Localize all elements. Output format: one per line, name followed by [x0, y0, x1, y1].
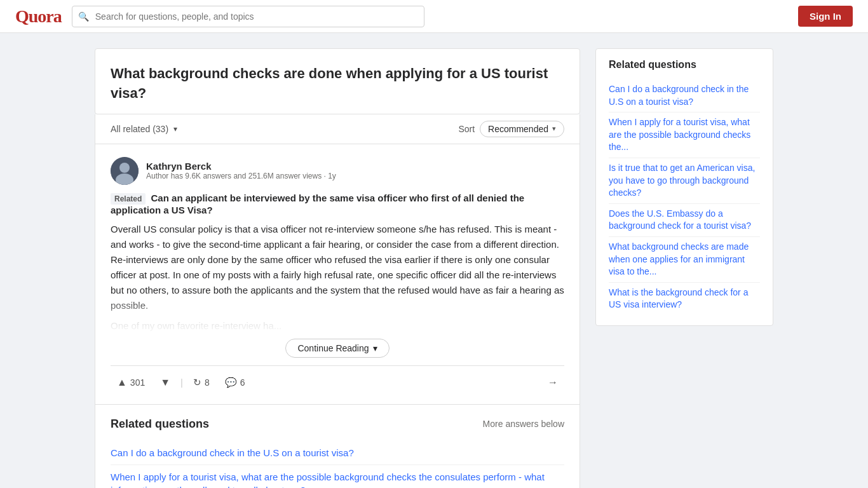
sidebar-title: Related questions: [609, 59, 760, 71]
filter-chevron-icon: ▾: [173, 125, 177, 133]
sidebar-link-5[interactable]: What is the background check for a US vi…: [609, 283, 760, 315]
repost-button[interactable]: ↻ 8: [187, 374, 216, 391]
header: Quora 🔍 Sign In: [0, 0, 868, 33]
sort-dropdown[interactable]: Recommended ▾: [480, 121, 564, 137]
related-section-title: Related questions: [111, 417, 209, 431]
continue-reading-label: Continue Reading: [297, 343, 369, 353]
related-section-header: Related questions More answers below: [111, 417, 564, 431]
sidebar-link-0[interactable]: Can I do a background check in the U.S o…: [609, 79, 760, 112]
upvote-button[interactable]: ▲ 301: [111, 374, 151, 391]
related-question-link[interactable]: Can an applicant be interviewed by the s…: [111, 193, 524, 215]
comment-icon: 💬: [225, 377, 237, 388]
right-sidebar: Related questions Can I do a background …: [595, 48, 773, 488]
comment-count: 6: [240, 377, 245, 388]
sidebar-card: Related questions Can I do a background …: [595, 48, 773, 326]
downvote-button[interactable]: ▼: [154, 374, 177, 391]
related-feed-link-1[interactable]: When I apply for a tourist visa, what ar…: [111, 465, 564, 488]
related-badge: Related: [111, 193, 146, 205]
main-container: What background checks are done when app…: [85, 33, 783, 488]
action-divider: |: [179, 377, 184, 388]
related-section-card: Related questions More answers below Can…: [95, 405, 580, 488]
answer-fade-text: One of my own favorite re-interview ha..…: [111, 318, 564, 334]
all-related-label: All related (33): [111, 124, 168, 134]
sort-area: Sort Recommended ▾: [458, 121, 564, 137]
sidebar-link-4[interactable]: What background checks are made when one…: [609, 237, 760, 283]
question-card: What background checks are done when app…: [95, 48, 580, 114]
downvote-icon: ▼: [160, 377, 170, 388]
share-button[interactable]: →: [541, 374, 564, 391]
filter-all-related[interactable]: All related (33) ▾: [111, 124, 177, 134]
avatar: [111, 157, 139, 185]
upvote-count: 301: [130, 377, 145, 388]
answer-card: Kathryn Berck Author has 9.6K answers an…: [95, 144, 580, 405]
share-icon: →: [548, 377, 558, 388]
svg-point-1: [119, 163, 130, 173]
author-meta: Author has 9.6K answers and 251.6M answe…: [146, 172, 336, 180]
sort-value: Recommended: [488, 124, 548, 134]
upvote-icon: ▲: [117, 377, 127, 388]
search-input[interactable]: [72, 6, 425, 27]
repost-icon: ↻: [193, 377, 201, 388]
continue-reading-button[interactable]: Continue Reading ▾: [285, 339, 389, 358]
comment-button[interactable]: 💬 6: [219, 374, 252, 391]
sidebar-link-2[interactable]: Is it true that to get an American visa,…: [609, 158, 760, 204]
quora-logo: Quora: [15, 6, 62, 27]
sort-label: Sort: [458, 124, 475, 134]
sidebar-link-3[interactable]: Does the U.S. Embassy do a background ch…: [609, 204, 760, 237]
search-bar-container: 🔍: [72, 6, 425, 27]
author-row: Kathryn Berck Author has 9.6K answers an…: [111, 157, 564, 185]
sign-in-button[interactable]: Sign In: [798, 6, 853, 27]
continue-reading-wrap: Continue Reading ▾: [111, 339, 564, 358]
continue-reading-chevron-icon: ▾: [373, 343, 377, 353]
sidebar-link-1[interactable]: When I apply for a tourist visa, what ar…: [609, 112, 760, 158]
sort-chevron-icon: ▾: [552, 125, 556, 133]
search-icon: 🔍: [78, 11, 89, 22]
left-column: What background checks are done when app…: [95, 48, 580, 488]
filter-bar: All related (33) ▾ Sort Recommended ▾: [95, 114, 580, 144]
repost-count: 8: [205, 377, 210, 388]
related-question-row: Related Can an applicant be interviewed …: [111, 193, 564, 215]
related-feed-link-0[interactable]: Can I do a background check in the U.S o…: [111, 441, 564, 465]
answer-body-container: Overall US consular policy is that a vis…: [111, 222, 564, 334]
answer-body-text: Overall US consular policy is that a vis…: [111, 222, 564, 313]
author-info: Kathryn Berck Author has 9.6K answers an…: [146, 161, 336, 180]
question-title: What background checks are done when app…: [111, 64, 564, 104]
avatar-image: [111, 157, 139, 185]
avatar-svg: [111, 157, 139, 185]
author-name[interactable]: Kathryn Berck: [146, 161, 336, 172]
more-answers-label: More answers below: [483, 419, 564, 429]
action-bar: ▲ 301 ▼ | ↻ 8 💬 6 →: [111, 365, 564, 394]
